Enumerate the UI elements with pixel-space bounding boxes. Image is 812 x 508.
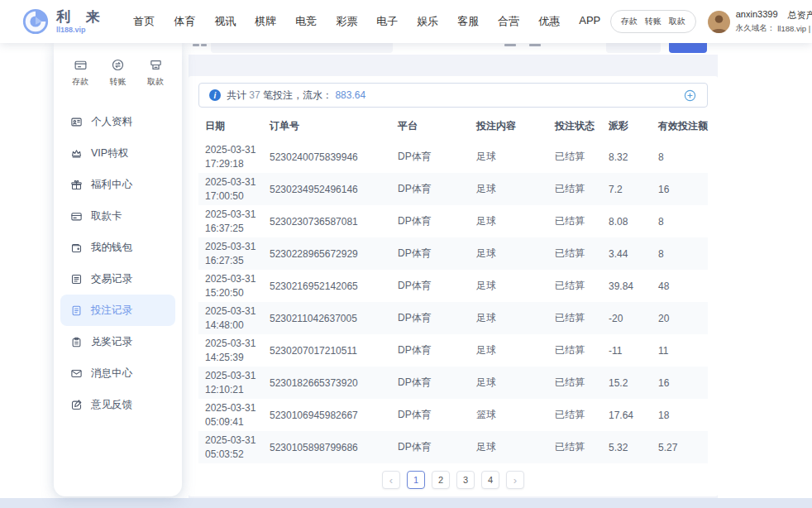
sidebar-shortcut-transfer[interactable]: 转账 xyxy=(110,58,127,88)
bet-records-table: 日期订单号平台投注内容投注状态派彩有效投注额 2025-03-3117:29:1… xyxy=(198,111,708,463)
nav-item-10[interactable]: 合营 xyxy=(489,14,529,29)
cell-platform: DP体育 xyxy=(393,334,471,367)
column-header: 有效投注额 xyxy=(653,111,708,141)
cell-date: 2025-03-3114:48:00 xyxy=(198,302,265,334)
cell-date: 2025-03-3112:10:21 xyxy=(198,367,265,399)
cell-payout: 8.32 xyxy=(604,141,653,173)
sidebar-item-wallet[interactable]: 我的钱包 xyxy=(54,232,182,263)
quick-action-2[interactable]: 转账 xyxy=(645,16,662,27)
cell-payout: 15.2 xyxy=(604,367,653,399)
cell-order: 5230234952496146 xyxy=(265,173,393,205)
cell-date: 2025-03-3114:25:39 xyxy=(198,334,265,367)
table-row: 2025-03-3114:48:005230211042637005DP体育足球… xyxy=(198,302,708,334)
cell-payout: 8.08 xyxy=(604,205,653,237)
cell-platform: DP体育 xyxy=(393,302,471,334)
cell-payout: 5.32 xyxy=(604,431,653,463)
sidebar-item-welfare[interactable]: 福利中心 xyxy=(54,169,182,200)
pagination-page-4[interactable]: 4 xyxy=(481,471,499,489)
brand-logo[interactable]: 利 来 ll188.vip xyxy=(21,7,106,36)
pagination-page-1[interactable]: 1 xyxy=(407,471,425,489)
sidebar-shortcut-withdraw[interactable]: 取款 xyxy=(147,58,164,88)
sidebar-item-card[interactable]: 取款卡 xyxy=(54,200,182,232)
brand-name: 利 来 xyxy=(56,10,106,24)
cell-content: 足球 xyxy=(471,302,550,334)
sidebar-item-prizes[interactable]: 兑奖记录 xyxy=(54,326,182,357)
wallet-icon xyxy=(70,242,83,254)
shortcut-label: 取款 xyxy=(147,76,164,88)
vip-icon xyxy=(70,147,83,160)
bet-records-card: i 共计 37 笔投注，流水： 883.64 日期订 xyxy=(189,76,718,496)
cell-valid-amount: 8 xyxy=(653,141,708,173)
nav-item-11[interactable]: 优惠 xyxy=(529,14,570,29)
sidebar-item-feedback[interactable]: 意见反馈 xyxy=(54,389,182,420)
sidebar-item-profile[interactable]: 个人资料 xyxy=(54,106,182,137)
cell-valid-amount: 20 xyxy=(653,302,708,334)
cell-platform: DP体育 xyxy=(393,205,471,237)
total-assets: 总资产：1363.49元 xyxy=(788,9,812,22)
cell-status: 已结算 xyxy=(550,431,604,463)
nav-item-7[interactable]: 电子 xyxy=(367,14,408,29)
withdraw-icon xyxy=(149,58,163,72)
sidebar-item-messages[interactable]: 消息中心 xyxy=(54,357,182,389)
table-row: 2025-03-3116:37:255230230736587081DP体育足球… xyxy=(198,205,708,237)
nav-item-3[interactable]: 视讯 xyxy=(205,14,246,29)
sidebar-shortcuts: 存款转账取款 xyxy=(54,56,182,98)
date-range-input[interactable] xyxy=(211,43,393,53)
filter-select[interactable] xyxy=(606,43,661,53)
table-row: 2025-03-3115:20:505230216952142065DP体育足球… xyxy=(198,270,708,302)
cell-platform: DP体育 xyxy=(393,431,471,463)
cell-valid-amount: 16 xyxy=(653,173,708,205)
summary-bar: i 共计 37 笔投注，流水： 883.64 xyxy=(198,83,708,108)
domain-value: ll188.vip | ll188.... xyxy=(777,24,812,33)
cell-content: 足球 xyxy=(471,367,550,399)
sidebar: 存款转账取款 个人资料VIP特权福利中心取款卡我的钱包交易记录投注记录兑奖记录消… xyxy=(54,43,182,496)
nav-item-1[interactable]: 首页 xyxy=(124,14,165,29)
cell-platform: DP体育 xyxy=(393,399,471,431)
cell-platform: DP体育 xyxy=(393,270,471,302)
filter-label-fragment xyxy=(201,44,207,46)
cell-content: 篮球 xyxy=(471,399,550,431)
sidebar-item-transactions[interactable]: 交易记录 xyxy=(54,263,182,295)
filter-label-fragment xyxy=(193,44,199,46)
pagination-page-3[interactable]: 3 xyxy=(456,471,475,489)
cell-valid-amount: 16 xyxy=(653,367,708,399)
sidebar-item-label: 意见反馈 xyxy=(91,398,132,412)
sidebar-item-label: VIP特权 xyxy=(91,146,128,161)
nav-item-5[interactable]: 电竞 xyxy=(286,14,327,29)
nav-item-6[interactable]: 彩票 xyxy=(327,14,367,29)
cell-content: 足球 xyxy=(471,237,550,270)
pagination-next[interactable]: › xyxy=(506,471,524,489)
cell-status: 已结算 xyxy=(550,141,604,173)
cell-date: 2025-03-3116:37:25 xyxy=(198,205,265,237)
cell-valid-amount: 11 xyxy=(653,334,708,367)
nav-item-9[interactable]: 客服 xyxy=(448,14,489,29)
sidebar-item-vip[interactable]: VIP特权 xyxy=(54,137,182,169)
query-button[interactable] xyxy=(669,43,707,53)
sidebar-item-bets[interactable]: 投注记录 xyxy=(60,295,175,326)
nav-item-2[interactable]: 体育 xyxy=(165,14,205,29)
cell-platform: DP体育 xyxy=(393,237,471,270)
pagination-page-2[interactable]: 2 xyxy=(432,471,450,489)
sidebar-shortcut-deposit[interactable]: 存款 xyxy=(72,58,88,88)
column-header: 平台 xyxy=(393,111,471,141)
cell-order: 5230105898799686 xyxy=(265,431,393,463)
nav-item-12[interactable]: APP xyxy=(570,14,610,29)
avatar[interactable] xyxy=(708,11,730,33)
cell-payout: -20 xyxy=(604,302,653,334)
quick-action-1[interactable]: 存款 xyxy=(621,16,638,27)
cell-content: 足球 xyxy=(471,141,550,173)
cell-status: 已结算 xyxy=(550,367,604,399)
sidebar-item-label: 我的钱包 xyxy=(91,241,132,255)
nav-item-4[interactable]: 棋牌 xyxy=(246,14,286,29)
nav-item-8[interactable]: 娱乐 xyxy=(408,14,448,29)
cell-order: 5230240075839946 xyxy=(265,141,393,173)
table-row: 2025-03-3117:00:505230234952496146DP体育足球… xyxy=(198,173,708,205)
username: anxin3399 xyxy=(736,9,778,22)
pagination-prev[interactable]: ‹ xyxy=(382,471,400,489)
welfare-icon xyxy=(70,179,83,191)
cell-order: 5230182665373920 xyxy=(265,367,393,399)
quick-action-3[interactable]: 取款 xyxy=(669,16,685,27)
circle-plus-icon[interactable] xyxy=(683,89,697,103)
cell-content: 足球 xyxy=(471,431,550,463)
table-row: 2025-03-3112:10:215230182665373920DP体育足球… xyxy=(198,367,708,399)
